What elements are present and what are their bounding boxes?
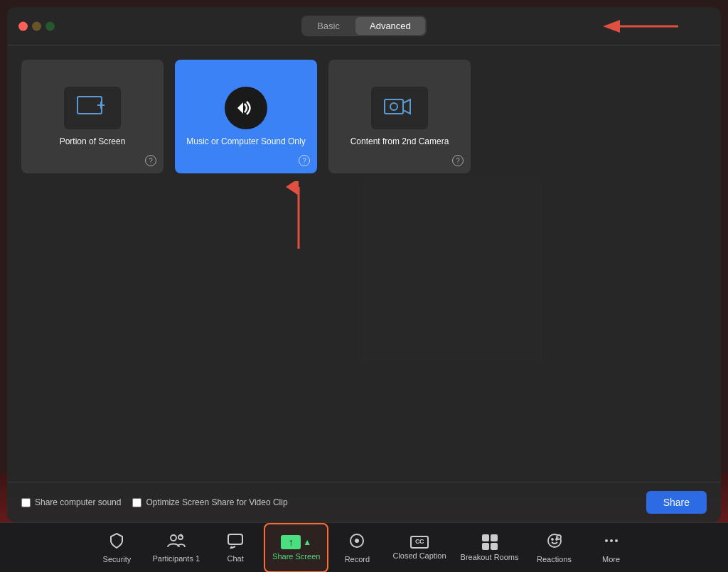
taskbar-label-chat: Chat bbox=[227, 554, 243, 563]
card-portion-of-screen[interactable]: Portion of Screen ? bbox=[21, 60, 164, 173]
taskbar-label-breakout-rooms: Breakout Rooms bbox=[461, 553, 519, 561]
card-icon-portion bbox=[64, 87, 121, 129]
taskbar-label-closed-caption: Closed Caption bbox=[392, 551, 446, 560]
taskbar-item-share-screen[interactable]: ↑ ▲ Share Screen bbox=[264, 523, 328, 573]
help-icon-music[interactable]: ? bbox=[299, 155, 310, 166]
modal-content: Portion of Screen ? Music or Computer So… bbox=[7, 45, 721, 482]
checkbox-computer-sound-label: Share computer sound bbox=[35, 497, 121, 507]
checkbox-computer-sound-input[interactable] bbox=[21, 498, 31, 507]
modal-footer: Share computer sound Optimize Screen Sha… bbox=[7, 482, 721, 522]
svg-text:1: 1 bbox=[180, 533, 183, 538]
share-button[interactable]: Share bbox=[646, 491, 707, 514]
modal-titlebar: Basic Advanced bbox=[7, 7, 721, 45]
taskbar-item-closed-caption[interactable]: CC Closed Caption bbox=[385, 523, 453, 573]
breakout-cell-4 bbox=[491, 543, 498, 550]
share-screen-icon: ↑ ▲ bbox=[281, 535, 311, 549]
share-screen-modal: Basic Advanced bbox=[7, 7, 721, 522]
share-options-grid: Portion of Screen ? Music or Computer So… bbox=[21, 60, 707, 173]
taskbar-label-security: Security bbox=[103, 555, 132, 563]
svg-rect-5 bbox=[385, 99, 403, 114]
taskbar-label-more: More bbox=[602, 555, 620, 563]
taskbar-item-record[interactable]: Record bbox=[328, 523, 385, 573]
svg-point-16 bbox=[552, 539, 553, 540]
people-icon: 1 bbox=[167, 533, 186, 551]
arrow-advanced-annotation bbox=[600, 16, 685, 39]
share-arrow-icon: ↑ bbox=[289, 537, 294, 547]
taskbar-item-participants[interactable]: 1 Participants 1 bbox=[145, 523, 207, 573]
svg-point-22 bbox=[615, 539, 618, 542]
breakout-cell-1 bbox=[482, 534, 489, 541]
minimize-button[interactable] bbox=[32, 21, 41, 31]
taskbar-item-more[interactable]: More bbox=[583, 523, 640, 573]
traffic-lights bbox=[18, 21, 55, 31]
content-spacer bbox=[21, 188, 707, 468]
taskbar-item-security[interactable]: Security bbox=[88, 523, 145, 573]
svg-point-21 bbox=[610, 539, 613, 542]
taskbar-item-reactions[interactable]: + Reactions bbox=[526, 523, 583, 573]
card-label-portion: Portion of Screen bbox=[54, 136, 132, 146]
checkbox-optimize: Optimize Screen Share for Video Clip bbox=[132, 497, 287, 507]
reactions-icon: + bbox=[546, 532, 563, 552]
svg-point-14 bbox=[355, 539, 359, 543]
taskbar-label-reactions: Reactions bbox=[537, 555, 572, 563]
checkbox-optimize-input[interactable] bbox=[132, 498, 141, 507]
breakout-grid-icon bbox=[482, 534, 498, 550]
svg-text:+: + bbox=[557, 535, 559, 539]
card-music-sound[interactable]: Music or Computer Sound Only ? bbox=[175, 60, 317, 173]
taskbar-label-share-screen: Share Screen bbox=[272, 552, 320, 561]
chat-icon bbox=[227, 533, 244, 551]
tab-group: Basic Advanced bbox=[301, 16, 427, 36]
cc-icon: CC bbox=[410, 536, 429, 549]
taskbar: Security 1 Participants 1 Chat ↑ bbox=[0, 522, 728, 572]
share-box-icon: ↑ bbox=[281, 535, 301, 549]
tab-basic[interactable]: Basic bbox=[303, 17, 354, 35]
svg-point-20 bbox=[605, 539, 608, 542]
svg-point-9 bbox=[171, 535, 176, 541]
taskbar-label-record: Record bbox=[345, 555, 370, 563]
taskbar-item-breakout-rooms[interactable]: Breakout Rooms bbox=[454, 523, 526, 573]
shield-icon bbox=[108, 532, 125, 552]
card-label-music: Music or Computer Sound Only bbox=[181, 136, 311, 146]
checkbox-optimize-label: Optimize Screen Share for Video Clip bbox=[146, 497, 287, 507]
help-icon-camera[interactable]: ? bbox=[452, 155, 464, 166]
svg-point-6 bbox=[390, 103, 397, 110]
cc-box-icon: CC bbox=[410, 536, 429, 549]
taskbar-item-chat[interactable]: Chat bbox=[207, 523, 264, 573]
close-button[interactable] bbox=[18, 21, 28, 31]
breakout-cell-3 bbox=[482, 543, 489, 550]
breakout-icon bbox=[482, 534, 498, 550]
more-icon bbox=[603, 532, 620, 552]
record-icon bbox=[348, 532, 365, 552]
checkbox-computer-sound: Share computer sound bbox=[21, 497, 121, 507]
help-icon-portion[interactable]: ? bbox=[145, 155, 156, 166]
maximize-button[interactable] bbox=[46, 21, 55, 31]
tab-advanced[interactable]: Advanced bbox=[355, 17, 425, 35]
share-chevron-icon: ▲ bbox=[303, 537, 311, 547]
svg-rect-12 bbox=[228, 534, 242, 544]
breakout-cell-2 bbox=[491, 534, 498, 541]
card-label-camera: Content from 2nd Camera bbox=[345, 136, 455, 146]
arrow-music-annotation bbox=[284, 181, 313, 255]
card-icon-music bbox=[225, 87, 267, 129]
card-icon-camera bbox=[371, 87, 428, 129]
card-2nd-camera[interactable]: Content from 2nd Camera ? bbox=[328, 60, 471, 173]
taskbar-label-participants: Participants 1 bbox=[152, 554, 200, 563]
